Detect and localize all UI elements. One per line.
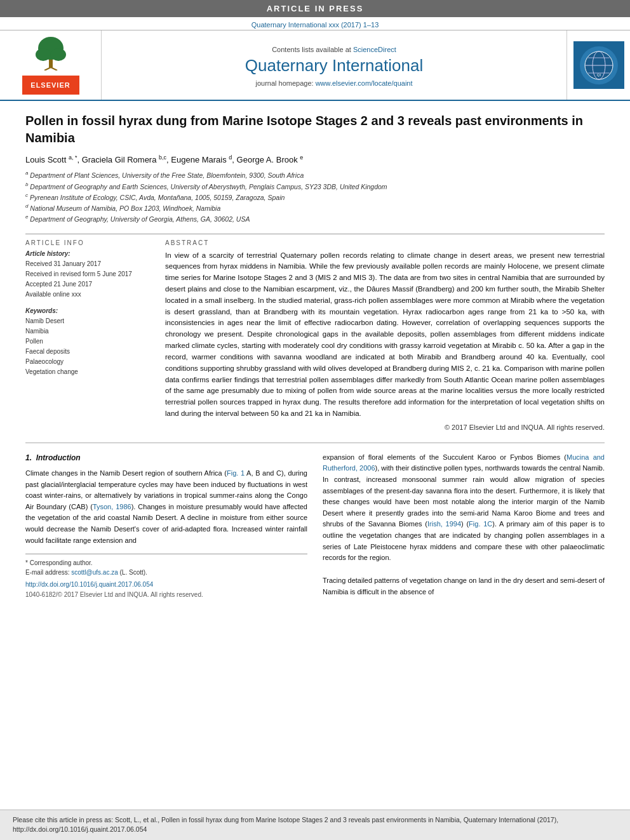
intro-para-3: Tracing detailed patterns of vegetation … [323, 575, 605, 597]
journal-logo-right: QI [566, 30, 630, 100]
footnote-star: * Corresponding author. [25, 559, 93, 566]
history-label: Article history: [25, 250, 152, 257]
footnote-email-line: E-mail address: scottl@ufs.ac.za (L. Sco… [25, 568, 307, 577]
article-title: Pollen in fossil hyrax dung from Marine … [25, 112, 605, 147]
keywords-list: Namib Desert Namibia Pollen Faecal depos… [25, 316, 152, 377]
received-revised: Received in revised form 5 June 2017 [25, 269, 152, 279]
elsevier-tree-icon [25, 36, 76, 70]
author-sup-e: e [300, 154, 303, 161]
keywords-section: Keywords: Namib Desert Namibia Pollen Fa… [25, 307, 152, 377]
bottom-citation-text: Please cite this article in press as: Sc… [13, 816, 558, 834]
main-content: Pollen in fossil hyrax dung from Marine … [0, 101, 630, 810]
fig1c-link[interactable]: Fig. 1C [469, 520, 492, 528]
intro-para-1: Climate changes in the Namib Desert regi… [25, 468, 307, 546]
irish1994-link[interactable]: Irish, 1994 [427, 520, 461, 528]
abstract-label: ABSTRACT [165, 239, 605, 246]
accepted-date: Accepted 21 June 2017 [25, 279, 152, 290]
author-sup-d: d [229, 154, 232, 161]
mucina2006-link[interactable]: Mucina and Rutherford, 2006 [323, 453, 605, 472]
affil-c: c Pyrenean Institute of Ecology, CSIC, A… [25, 192, 605, 203]
journal-header: ELSEVIER Contents lists available at Sci… [0, 30, 630, 101]
body-col-1: 1. Introduction Climate changes in the N… [25, 452, 307, 600]
body-section: 1. Introduction Climate changes in the N… [25, 443, 605, 600]
article-history-section: Article history: Received 31 January 201… [25, 250, 152, 300]
article-in-press-banner: ARTICLE IN PRESS [0, 0, 630, 17]
banner-text: ARTICLE IN PRESS [267, 4, 364, 13]
bottom-citation-bar: Please cite this article in press as: Sc… [0, 810, 630, 841]
abstract-col: ABSTRACT In view of a scarcity of terres… [165, 239, 605, 431]
body-two-col: 1. Introduction Climate changes in the N… [25, 452, 605, 600]
email-suffix: (L. Scott). [118, 569, 147, 576]
svg-line-4 [44, 67, 51, 70]
keyword-2: Namibia [25, 326, 152, 337]
page: ARTICLE IN PRESS Quaternary Internationa… [0, 0, 630, 840]
keyword-3: Pollen [25, 337, 152, 347]
doi-line[interactable]: http://dx.doi.org/10.1016/j.quaint.2017.… [25, 580, 307, 590]
footnotes-section: * Corresponding author. E-mail address: … [25, 554, 307, 600]
keyword-5: Palaeocology [25, 357, 152, 367]
globe-svg: QI [583, 50, 615, 81]
svg-point-3 [51, 48, 66, 61]
contents-line: Contents lists available at ScienceDirec… [272, 46, 396, 53]
email-link[interactable]: scottl@ufs.ac.za [71, 569, 118, 576]
affil-e: e Department of Geography, University of… [25, 213, 605, 224]
abstract-text: In view of a scarcity of terrestrial Qua… [165, 250, 605, 420]
authors-line: Louis Scott a, *, Graciela Gil Romera b,… [25, 154, 605, 164]
sciencedirect-link[interactable]: ScienceDirect [353, 46, 396, 53]
affil-b: b Department of Geography and Earth Scie… [25, 181, 605, 192]
svg-point-2 [36, 48, 51, 61]
body-col-2: expansion of floral elements of the Succ… [323, 452, 605, 600]
email-label: E-mail address: [25, 569, 71, 576]
keyword-4: Faecal deposits [25, 347, 152, 357]
homepage-link[interactable]: www.elsevier.com/locate/quaint [316, 79, 413, 87]
received-date: Received 31 January 2017 [25, 259, 152, 269]
affil-a: a Department of Plant Sciences, Universi… [25, 170, 605, 180]
keywords-label: Keywords: [25, 307, 152, 314]
svg-text:QI: QI [596, 73, 601, 77]
journal-homepage-line: journal homepage: www.elsevier.com/locat… [255, 79, 412, 87]
keyword-6: Vegetation change [25, 367, 152, 377]
journal-globe-icon: QI [580, 46, 618, 84]
journal-citation: Quaternary International xxx (2017) 1–13 [0, 17, 630, 30]
affiliations: a Department of Plant Sciences, Universi… [25, 170, 605, 224]
tyson1986-link[interactable]: Tyson, 1986 [93, 503, 131, 510]
author-sup-bc: b,c [159, 154, 166, 161]
author-sup-a: a, * [69, 154, 77, 161]
keyword-1: Namib Desert [25, 316, 152, 326]
copyright-line: © 2017 Elsevier Ltd and INQUA. All right… [165, 423, 605, 431]
journal-title: Quaternary International [245, 56, 423, 76]
elsevier-logo: ELSEVIER [22, 76, 79, 95]
footnote-corresponding: * Corresponding author. [25, 558, 307, 568]
affil-d: d National Museum of Namibia, PO Box 120… [25, 203, 605, 213]
article-info-abstract: ARTICLE INFO Article history: Received 3… [25, 239, 605, 431]
available-online: Available online xxx [25, 290, 152, 300]
article-info-label: ARTICLE INFO [25, 239, 152, 246]
issn-line: 1040-6182/© 2017 Elsevier Ltd and INQUA.… [25, 590, 307, 600]
fig1-link[interactable]: Fig. 1 [227, 469, 245, 477]
journal-center-info: Contents lists available at ScienceDirec… [102, 30, 566, 100]
journal-logo-left: ELSEVIER [0, 30, 102, 100]
svg-line-5 [51, 67, 57, 70]
citation-line-text: Quaternary International xxx (2017) 1–13 [251, 21, 379, 29]
section-1-heading: 1. Introduction [25, 452, 307, 464]
divider-1 [25, 234, 605, 234]
intro-para-2: expansion of floral elements of the Succ… [323, 452, 605, 564]
article-info-col: ARTICLE INFO Article history: Received 3… [25, 239, 152, 431]
right-logo-box: QI [573, 41, 624, 89]
